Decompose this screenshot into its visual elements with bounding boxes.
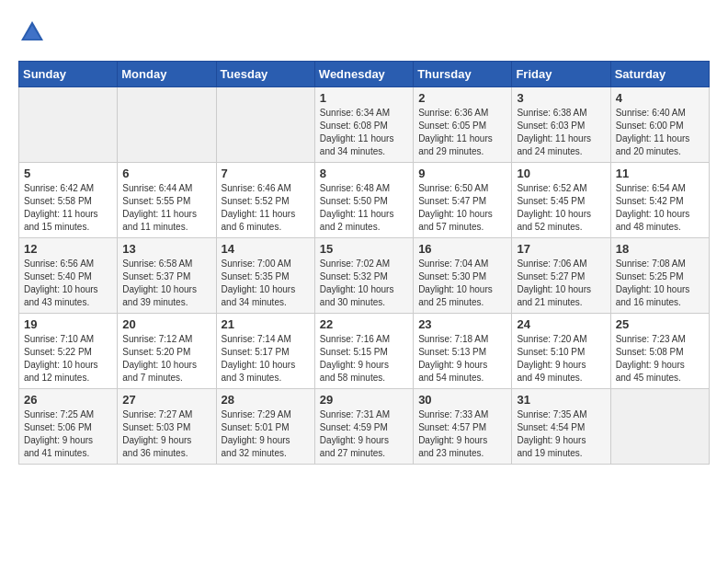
calendar-header-wednesday: Wednesday: [314, 62, 413, 87]
day-info: Sunrise: 7:02 AM Sunset: 5:32 PM Dayligh…: [320, 258, 408, 309]
day-number: 13: [122, 242, 210, 256]
calendar-table: SundayMondayTuesdayWednesdayThursdayFrid…: [18, 61, 710, 465]
day-number: 15: [320, 242, 408, 256]
day-number: 4: [616, 91, 704, 105]
day-number: 14: [222, 242, 310, 256]
calendar-week-row: 5Sunrise: 6:42 AM Sunset: 5:58 PM Daylig…: [19, 163, 710, 238]
calendar-cell: 30Sunrise: 7:33 AM Sunset: 4:57 PM Dayli…: [414, 389, 512, 465]
day-info: Sunrise: 7:35 AM Sunset: 4:54 PM Dayligh…: [517, 408, 605, 460]
calendar-cell: 6Sunrise: 6:44 AM Sunset: 5:55 PM Daylig…: [118, 163, 216, 238]
calendar-cell: [118, 87, 216, 163]
day-number: 26: [24, 393, 112, 407]
day-info: Sunrise: 6:36 AM Sunset: 6:05 PM Dayligh…: [418, 107, 506, 158]
day-info: Sunrise: 7:04 AM Sunset: 5:30 PM Dayligh…: [418, 258, 506, 309]
logo-icon: [18, 18, 46, 46]
day-number: 5: [24, 167, 112, 180]
day-info: Sunrise: 6:44 AM Sunset: 5:55 PM Dayligh…: [122, 182, 210, 234]
calendar-cell: 17Sunrise: 7:06 AM Sunset: 5:27 PM Dayli…: [512, 238, 610, 314]
day-number: 21: [222, 317, 310, 331]
day-info: Sunrise: 7:27 AM Sunset: 5:03 PM Dayligh…: [122, 408, 210, 460]
calendar-cell: 28Sunrise: 7:29 AM Sunset: 5:01 PM Dayli…: [216, 389, 314, 465]
day-info: Sunrise: 7:33 AM Sunset: 4:57 PM Dayligh…: [418, 408, 506, 460]
day-info: Sunrise: 6:40 AM Sunset: 6:00 PM Dayligh…: [616, 107, 704, 158]
calendar-cell: 12Sunrise: 6:56 AM Sunset: 5:40 PM Dayli…: [19, 238, 118, 314]
calendar-cell: 9Sunrise: 6:50 AM Sunset: 5:47 PM Daylig…: [414, 163, 512, 238]
day-info: Sunrise: 7:16 AM Sunset: 5:15 PM Dayligh…: [320, 333, 408, 385]
calendar-header-thursday: Thursday: [414, 62, 512, 87]
calendar-cell: 23Sunrise: 7:18 AM Sunset: 5:13 PM Dayli…: [414, 314, 512, 389]
day-info: Sunrise: 6:52 AM Sunset: 5:45 PM Dayligh…: [517, 182, 605, 234]
calendar-cell: 15Sunrise: 7:02 AM Sunset: 5:32 PM Dayli…: [314, 238, 413, 314]
day-number: 27: [122, 393, 210, 407]
day-number: 6: [122, 167, 210, 180]
calendar-header-sunday: Sunday: [19, 62, 118, 87]
day-number: 24: [517, 317, 605, 331]
day-info: Sunrise: 6:42 AM Sunset: 5:58 PM Dayligh…: [24, 182, 112, 234]
day-number: 1: [320, 91, 408, 105]
day-number: 18: [616, 242, 704, 256]
calendar-cell: 14Sunrise: 7:00 AM Sunset: 5:35 PM Dayli…: [216, 238, 314, 314]
calendar-week-row: 1Sunrise: 6:34 AM Sunset: 6:08 PM Daylig…: [19, 87, 710, 163]
calendar-header-row: SundayMondayTuesdayWednesdayThursdayFrid…: [19, 62, 710, 87]
day-info: Sunrise: 6:34 AM Sunset: 6:08 PM Dayligh…: [320, 107, 408, 158]
calendar-week-row: 26Sunrise: 7:25 AM Sunset: 5:06 PM Dayli…: [19, 389, 710, 465]
day-number: 29: [320, 393, 408, 407]
calendar-cell: 18Sunrise: 7:08 AM Sunset: 5:25 PM Dayli…: [610, 238, 709, 314]
day-info: Sunrise: 7:23 AM Sunset: 5:08 PM Dayligh…: [616, 333, 704, 385]
calendar-header-friday: Friday: [512, 62, 610, 87]
day-info: Sunrise: 7:08 AM Sunset: 5:25 PM Dayligh…: [616, 258, 704, 309]
day-info: Sunrise: 7:25 AM Sunset: 5:06 PM Dayligh…: [24, 408, 112, 460]
day-info: Sunrise: 7:29 AM Sunset: 5:01 PM Dayligh…: [222, 408, 310, 460]
calendar-cell: 21Sunrise: 7:14 AM Sunset: 5:17 PM Dayli…: [216, 314, 314, 389]
calendar-cell: 8Sunrise: 6:48 AM Sunset: 5:50 PM Daylig…: [314, 163, 413, 238]
calendar-cell: 24Sunrise: 7:20 AM Sunset: 5:10 PM Dayli…: [512, 314, 610, 389]
day-number: 11: [616, 167, 704, 180]
calendar-cell: 5Sunrise: 6:42 AM Sunset: 5:58 PM Daylig…: [19, 163, 118, 238]
calendar-cell: 11Sunrise: 6:54 AM Sunset: 5:42 PM Dayli…: [610, 163, 709, 238]
day-info: Sunrise: 7:14 AM Sunset: 5:17 PM Dayligh…: [222, 333, 310, 385]
day-number: 30: [418, 393, 506, 407]
calendar-cell: [19, 87, 118, 163]
day-info: Sunrise: 7:31 AM Sunset: 4:59 PM Dayligh…: [320, 408, 408, 460]
calendar-cell: [610, 389, 709, 465]
day-info: Sunrise: 7:20 AM Sunset: 5:10 PM Dayligh…: [517, 333, 605, 385]
calendar-cell: 1Sunrise: 6:34 AM Sunset: 6:08 PM Daylig…: [314, 87, 413, 163]
day-number: 31: [517, 393, 605, 407]
day-info: Sunrise: 6:38 AM Sunset: 6:03 PM Dayligh…: [517, 107, 605, 158]
day-number: 20: [122, 317, 210, 331]
calendar-cell: 10Sunrise: 6:52 AM Sunset: 5:45 PM Dayli…: [512, 163, 610, 238]
calendar-cell: 22Sunrise: 7:16 AM Sunset: 5:15 PM Dayli…: [314, 314, 413, 389]
day-number: 12: [24, 242, 112, 256]
day-number: 2: [418, 91, 506, 105]
calendar-header-tuesday: Tuesday: [216, 62, 314, 87]
day-number: 3: [517, 91, 605, 105]
calendar-cell: [216, 87, 314, 163]
calendar-week-row: 12Sunrise: 6:56 AM Sunset: 5:40 PM Dayli…: [19, 238, 710, 314]
day-number: 7: [222, 167, 310, 180]
calendar-cell: 20Sunrise: 7:12 AM Sunset: 5:20 PM Dayli…: [118, 314, 216, 389]
day-number: 9: [418, 167, 506, 180]
day-number: 19: [24, 317, 112, 331]
calendar-cell: 26Sunrise: 7:25 AM Sunset: 5:06 PM Dayli…: [19, 389, 118, 465]
calendar-cell: 16Sunrise: 7:04 AM Sunset: 5:30 PM Dayli…: [414, 238, 512, 314]
calendar-week-row: 19Sunrise: 7:10 AM Sunset: 5:22 PM Dayli…: [19, 314, 710, 389]
day-number: 16: [418, 242, 506, 256]
calendar-cell: 2Sunrise: 6:36 AM Sunset: 6:05 PM Daylig…: [414, 87, 512, 163]
calendar-cell: 7Sunrise: 6:46 AM Sunset: 5:52 PM Daylig…: [216, 163, 314, 238]
day-info: Sunrise: 6:48 AM Sunset: 5:50 PM Dayligh…: [320, 182, 408, 234]
calendar-cell: 31Sunrise: 7:35 AM Sunset: 4:54 PM Dayli…: [512, 389, 610, 465]
day-number: 28: [222, 393, 310, 407]
calendar-cell: 3Sunrise: 6:38 AM Sunset: 6:03 PM Daylig…: [512, 87, 610, 163]
day-number: 8: [320, 167, 408, 180]
day-number: 10: [517, 167, 605, 180]
day-info: Sunrise: 7:12 AM Sunset: 5:20 PM Dayligh…: [122, 333, 210, 385]
calendar-header-saturday: Saturday: [610, 62, 709, 87]
calendar-cell: 4Sunrise: 6:40 AM Sunset: 6:00 PM Daylig…: [610, 87, 709, 163]
day-number: 25: [616, 317, 704, 331]
day-number: 22: [320, 317, 408, 331]
calendar-cell: 29Sunrise: 7:31 AM Sunset: 4:59 PM Dayli…: [314, 389, 413, 465]
day-info: Sunrise: 7:10 AM Sunset: 5:22 PM Dayligh…: [24, 333, 112, 385]
day-info: Sunrise: 6:56 AM Sunset: 5:40 PM Dayligh…: [24, 258, 112, 309]
day-number: 23: [418, 317, 506, 331]
day-info: Sunrise: 7:00 AM Sunset: 5:35 PM Dayligh…: [222, 258, 310, 309]
